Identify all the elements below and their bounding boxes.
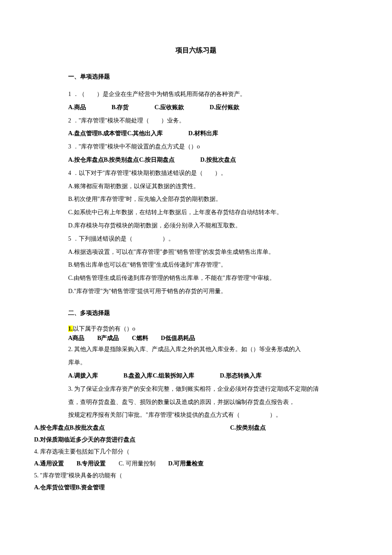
s2-q3-line1: 3. 为了保证企业库存资产的安全和完整，做到账实相符，企业必须对存货进行定期或不… (68, 383, 349, 396)
s1-q3-options: A.按仓库盘点B.按类别盘点C.按日期盘点 D.按批次盘点 (68, 154, 358, 167)
opt-d: D.可用量检查 (168, 458, 204, 470)
s1-q5-c: C.由销售管理生成后传递到库存管理的销售出库单，不能在"库存管理"中审核。 (68, 272, 349, 285)
s2-q2-stem: 2. 其他入库单是指除采购入库、产成品入库之外的其他入库业务。如（）等业务形成的… (68, 343, 349, 356)
s1-q4-d: D.库存模块与存货模块的期初数据，必须分别录入不能相互取数。 (68, 219, 349, 232)
opt-a: A商品 (68, 334, 84, 343)
opt-c: C.应收账款 (154, 101, 184, 114)
opt-c: C. 可用量控制 (118, 458, 155, 470)
s2-q5-ab: A.仓库货位管理B.资金管理 (34, 482, 358, 494)
opt-abc: A.盘点管理B.成本管理C.其他出入库 (68, 127, 163, 140)
s2-q4-stem: 4. 库存选项主要包括如下几个部分（ (34, 446, 358, 458)
opt-a: A.通用设置 (34, 458, 64, 470)
opt-d: D低值易耗品 (161, 334, 195, 343)
opt-b: B产成品 (97, 334, 119, 343)
opt-d: D.按批次盘点 (200, 154, 236, 167)
s1-q4-stem: 4 ．以下对于"库存管理"模块期初数描述错误的是（ ）。 (68, 167, 349, 180)
section1-heading: 一、单项选择题 (68, 70, 358, 84)
opt-ab: A.按仓库盘点B.按批次盘点 (34, 422, 230, 434)
s2-q1: 1.以下属于存货的有（）o (68, 324, 349, 334)
s1-q1-stem: 1 ．（ ）是企业在生产经营中为销售或耗用而储存的各种资产。 (68, 88, 349, 101)
s2-q2-options: A.调拨入库 B.盘盈入库C.组装拆卸入库 D.形态转换入库 (68, 369, 358, 383)
s1-q4-b: B.初次使用"库存管理"时，应先输入全部存货的期初数据。 (68, 193, 349, 206)
opt-c: C燃料 (132, 334, 148, 343)
s2-q3-row1: A.按仓库盘点B.按批次盘点 C.按类别盘点 (34, 422, 358, 434)
opt-c: C.按类别盘点 (230, 422, 358, 434)
opt-bc: B.盘盈入库C.组装拆卸入库 (124, 369, 194, 383)
opt-a: A.商品 (68, 101, 86, 114)
section2-heading: 二、多项选择题 (68, 307, 358, 320)
s2-q4-options: A.通用设置 B.专用设置 C. 可用量控制 D.可用量检查 (34, 458, 358, 470)
s1-q1-options: A.商品 B.存货 C.应收账款 D.应付账款 (68, 101, 358, 114)
opt-a: A.调拨入库 (68, 369, 98, 383)
opt-d: D.形态转换入库 (220, 369, 262, 383)
opt-b: B.专用设置 (77, 458, 106, 470)
s2-q1-options: A商品 B产成品 C燃料 D低值易耗品 (68, 334, 358, 343)
s1-q5-a: A.根据选项设置，可以在"库存管理"参照"销售管理"的发货单生成销售出库单。 (68, 246, 349, 259)
s1-q2-stem: 2 ．"库存管理"模块不能处理（ ）业务。 (68, 114, 349, 128)
s2-q3-d: D.对保质期临近多少天的存货进行盘点 (34, 434, 358, 446)
s2-q5-stem: 5. "库存管理"模块具备的功能有（ (34, 470, 358, 482)
s1-q5-d: D."库存管理"为"销售管理"提供可用于销售的存货的可用量。 (68, 285, 349, 298)
opt-d: D.材料出库 (188, 127, 218, 140)
s1-q2-options: A.盘点管理B.成本管理C.其他出入库 D.材料出库 (68, 127, 358, 140)
s1-q5-b: B.销售出库单也可以在"销售管理"生成后传递到"库存管理"。 (68, 259, 349, 272)
s2-q1-num: 1. (68, 325, 73, 332)
s1-q4-c: C.如系统中已有上年数据，在结转上年数据后，上年度各存货结存自动结转本年。 (68, 206, 349, 219)
opt-abc: A.按仓库盘点B.按类别盘点C.按日期盘点 (68, 154, 175, 167)
s1-q3-stem: 3 ．"库存管理"模块中不能设置的盘点方式是（）o (68, 140, 349, 154)
s1-q5-stem: 5 ．下列描述错误的是（ ）。 (68, 232, 349, 246)
s2-q3-line2: 查，查明存货盘盈、盘亏、损毁的数量以及造成的原因，并据以编制存货盘点报告表， (68, 396, 349, 409)
s2-q2-stem2: 库单。 (68, 356, 349, 369)
s2-q3-line3: 按规定程序报有关部门审批。"库存管理"模块提供的盘点方式有（ ）。 (68, 409, 349, 422)
s2-q1-stem: 以下属于存货的有（）o (73, 325, 135, 332)
page-title: 项目六练习题 (34, 43, 358, 58)
opt-d: D.应付账款 (210, 101, 239, 114)
s1-q4-a: A.账簿都应有期初数据，以保证其数据的连贯性。 (68, 180, 349, 193)
opt-b: B.存货 (112, 101, 129, 114)
